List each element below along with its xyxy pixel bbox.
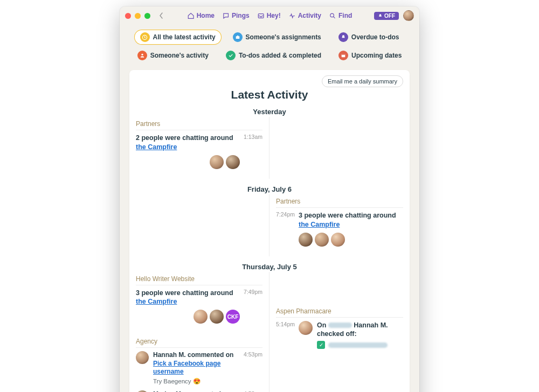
- campfire-link[interactable]: the Campfire: [136, 298, 177, 305]
- timestamp: 4:53pm: [244, 351, 262, 358]
- campfire-link[interactable]: the Campfire: [299, 221, 340, 228]
- comment-link[interactable]: Pick a Facebook page username: [153, 360, 220, 376]
- day-header-yesterday: Yesterday: [129, 108, 410, 116]
- top-nav: Home Pings Hey! Activity Find: [187, 12, 353, 19]
- filter-someones-activity[interactable]: Someone's activity: [132, 48, 214, 62]
- activity-entry: 7:24pm 3 people were chatting around the…: [276, 211, 403, 251]
- activity-content: Email me a daily summary Latest Activity…: [129, 70, 410, 392]
- nav-pings-label: Pings: [232, 12, 250, 19]
- off-label: OFF: [384, 13, 395, 19]
- project-label[interactable]: Hello Writer Website: [136, 272, 262, 285]
- minimize-icon[interactable]: [135, 13, 141, 19]
- svg-rect-7: [342, 54, 345, 55]
- filter-label: All the latest activity: [153, 33, 216, 41]
- filter-label: To-dos added & completed: [239, 52, 321, 59]
- timestamp: 1:13am: [244, 134, 262, 140]
- nav-hey[interactable]: Hey!: [257, 12, 281, 19]
- svg-rect-3: [236, 36, 239, 39]
- svg-point-1: [330, 13, 334, 17]
- timestamp: 4:52pm: [244, 390, 262, 392]
- avatar[interactable]: [226, 155, 240, 169]
- avatar[interactable]: [136, 351, 149, 364]
- bell-icon: [338, 32, 348, 42]
- project-label[interactable]: Partners: [276, 194, 403, 208]
- person-icon: [137, 51, 147, 60]
- day-header-fri: Friday, July 6: [129, 185, 410, 193]
- search-icon: [329, 12, 336, 19]
- avatar[interactable]: [210, 155, 224, 169]
- filter-label: Someone's activity: [150, 52, 209, 59]
- activity-entry: 7:49pm 3 people were chatting around the…: [136, 289, 262, 328]
- timestamp: 7:24pm: [276, 211, 295, 218]
- nav-activity[interactable]: Activity: [288, 12, 321, 19]
- nav-pings[interactable]: Pings: [222, 12, 250, 19]
- entry-title: 3 people were chatting around the Campfi…: [299, 211, 403, 229]
- comment-body: Try Baegency 😍: [153, 377, 240, 386]
- nav-activity-label: Activity: [298, 12, 321, 19]
- avatar[interactable]: [299, 321, 313, 335]
- entry-title: On Hannah M. checked off:: [317, 321, 403, 339]
- nav-find-label: Find: [338, 12, 352, 19]
- entry-title: 3 people were chatting around the Campfi…: [136, 289, 240, 307]
- svg-point-5: [141, 54, 143, 55]
- campfire-link[interactable]: the Campfire: [136, 143, 177, 151]
- notifications-off-badge[interactable]: OFF: [374, 12, 399, 20]
- filter-label: Someone's assignments: [246, 33, 321, 41]
- activity-entry: 1:13am 2 people were chatting around the…: [136, 134, 262, 173]
- current-user-avatar[interactable]: [403, 10, 414, 21]
- participant-avatars: [136, 155, 240, 169]
- comment-item: Marius M. commented on Pick a Facebook p…: [136, 390, 262, 392]
- filter-assignments[interactable]: Someone's assignments: [227, 30, 327, 44]
- nav-home[interactable]: Home: [187, 12, 215, 19]
- timestamp: 7:49pm: [244, 289, 262, 295]
- window-controls: [125, 13, 150, 19]
- participant-avatars: [299, 233, 403, 247]
- app-window: Home Pings Hey! Activity Find OFF All th…: [120, 6, 419, 392]
- nav-find[interactable]: Find: [329, 12, 352, 19]
- avatar[interactable]: [299, 233, 313, 247]
- email-daily-summary-button[interactable]: Email me a daily summary: [322, 75, 403, 87]
- checked-icon: ✓: [317, 341, 325, 349]
- nav-home-label: Home: [197, 12, 215, 19]
- project-label[interactable]: Partners: [136, 117, 262, 130]
- briefcase-icon: [233, 32, 243, 42]
- project-label[interactable]: Agency: [136, 334, 262, 348]
- filter-label: Upcoming dates: [351, 52, 402, 59]
- check-icon: [226, 51, 236, 60]
- avatar[interactable]: [194, 310, 208, 324]
- calendar-icon: [338, 51, 348, 60]
- redacted-text: [328, 342, 388, 348]
- titlebar-right: OFF: [374, 10, 414, 21]
- back-button[interactable]: [157, 11, 165, 20]
- comment-header: Marius M. commented on Pick a Facebook p…: [153, 390, 240, 392]
- avatar[interactable]: [136, 390, 149, 392]
- titlebar: Home Pings Hey! Activity Find OFF: [120, 6, 419, 25]
- project-label[interactable]: Aspen Pharmacare: [276, 304, 403, 318]
- bell-off-icon: [378, 13, 383, 18]
- close-icon[interactable]: [125, 13, 131, 19]
- nav-hey-label: Hey!: [267, 12, 281, 19]
- pulse-icon: [288, 12, 296, 19]
- filter-all-latest[interactable]: All the latest activity: [135, 30, 221, 44]
- home-icon: [187, 12, 195, 19]
- avatar-initials[interactable]: CKF: [226, 310, 240, 324]
- redacted-text: [328, 323, 352, 328]
- filter-todos-added[interactable]: To-dos added & completed: [220, 48, 327, 62]
- maximize-icon[interactable]: [144, 13, 150, 19]
- clock-icon: [140, 32, 150, 42]
- avatar[interactable]: [331, 233, 345, 247]
- activity-entry: 5:14pm On Hannah M. checked off: ✓: [276, 321, 403, 354]
- avatar[interactable]: [210, 310, 224, 324]
- entry-title: 2 people were chatting around the Campfi…: [136, 134, 240, 152]
- inbox-icon: [257, 12, 265, 19]
- comment-header: Hannah M. commented on Pick a Facebook p…: [153, 351, 240, 376]
- day-header-thu: Thursday, July 5: [129, 263, 410, 271]
- avatar[interactable]: [315, 233, 329, 247]
- filter-overdue[interactable]: Overdue to-dos: [333, 30, 405, 44]
- page-title: Latest Activity: [129, 88, 410, 101]
- timestamp: 5:14pm: [276, 321, 295, 327]
- comment-item: Hannah M. commented on Pick a Facebook p…: [136, 351, 262, 386]
- chat-icon: [222, 12, 230, 19]
- filter-label: Overdue to-dos: [351, 33, 399, 41]
- filter-upcoming[interactable]: Upcoming dates: [333, 48, 407, 62]
